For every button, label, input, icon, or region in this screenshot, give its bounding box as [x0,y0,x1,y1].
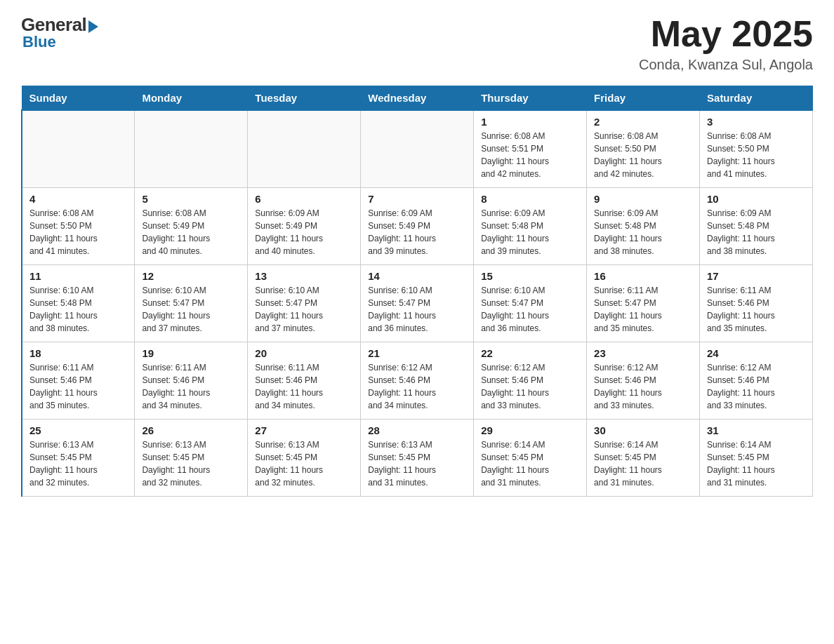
day-info: Sunrise: 6:10 AMSunset: 5:48 PMDaylight:… [29,284,127,335]
day-number: 30 [594,424,692,436]
day-info: Sunrise: 6:11 AMSunset: 5:46 PMDaylight:… [707,284,805,335]
day-number: 7 [368,193,466,205]
day-number: 2 [594,116,692,128]
day-number: 3 [707,116,805,128]
header-tuesday: Tuesday [248,86,361,111]
day-number: 19 [142,347,240,359]
day-number: 27 [255,424,353,436]
calendar-cell: 30Sunrise: 6:14 AMSunset: 5:45 PMDayligh… [587,419,700,496]
calendar-cell: 1Sunrise: 6:08 AMSunset: 5:51 PMDaylight… [474,110,587,187]
day-info: Sunrise: 6:10 AMSunset: 5:47 PMDaylight:… [368,284,466,335]
day-info: Sunrise: 6:09 AMSunset: 5:48 PMDaylight:… [594,207,692,257]
day-info: Sunrise: 6:11 AMSunset: 5:46 PMDaylight:… [29,361,127,412]
day-number: 21 [368,347,466,359]
calendar-cell: 9Sunrise: 6:09 AMSunset: 5:48 PMDaylight… [587,187,700,264]
calendar-cell: 25Sunrise: 6:13 AMSunset: 5:45 PMDayligh… [22,419,135,496]
day-info: Sunrise: 6:12 AMSunset: 5:46 PMDaylight:… [368,361,466,412]
day-info: Sunrise: 6:13 AMSunset: 5:45 PMDaylight:… [29,438,127,489]
day-info: Sunrise: 6:12 AMSunset: 5:46 PMDaylight:… [707,361,805,412]
day-info: Sunrise: 6:10 AMSunset: 5:47 PMDaylight:… [481,284,579,335]
calendar-cell [135,110,248,187]
calendar-cell: 17Sunrise: 6:11 AMSunset: 5:46 PMDayligh… [700,264,813,342]
calendar-cell: 11Sunrise: 6:10 AMSunset: 5:48 PMDayligh… [22,264,135,342]
day-info: Sunrise: 6:14 AMSunset: 5:45 PMDaylight:… [481,438,579,489]
calendar-week-1: 1Sunrise: 6:08 AMSunset: 5:51 PMDaylight… [22,110,813,187]
calendar-cell: 29Sunrise: 6:14 AMSunset: 5:45 PMDayligh… [474,419,587,496]
day-info: Sunrise: 6:11 AMSunset: 5:47 PMDaylight:… [594,284,692,335]
logo: General Blue [21,14,98,51]
day-number: 24 [707,347,805,359]
day-number: 9 [594,193,692,205]
day-number: 15 [481,270,579,282]
calendar-table: SundayMondayTuesdayWednesdayThursdayFrid… [21,86,813,497]
day-info: Sunrise: 6:08 AMSunset: 5:50 PMDaylight:… [594,130,692,180]
day-number: 23 [594,347,692,359]
header-sunday: Sunday [22,86,135,111]
calendar-cell: 16Sunrise: 6:11 AMSunset: 5:47 PMDayligh… [587,264,700,342]
calendar-cell: 27Sunrise: 6:13 AMSunset: 5:45 PMDayligh… [248,419,361,496]
day-info: Sunrise: 6:13 AMSunset: 5:45 PMDaylight:… [142,438,240,489]
day-number: 1 [481,116,579,128]
day-number: 25 [29,424,127,436]
day-info: Sunrise: 6:14 AMSunset: 5:45 PMDaylight:… [707,438,805,489]
logo-triangle-icon [88,20,98,33]
header-wednesday: Wednesday [361,86,474,111]
day-info: Sunrise: 6:11 AMSunset: 5:46 PMDaylight:… [255,361,353,412]
month-year-title: May 2025 [639,14,813,54]
day-number: 22 [481,347,579,359]
day-info: Sunrise: 6:08 AMSunset: 5:50 PMDaylight:… [707,130,805,180]
day-number: 13 [255,270,353,282]
calendar-cell [22,110,135,187]
calendar-cell: 13Sunrise: 6:10 AMSunset: 5:47 PMDayligh… [248,264,361,342]
day-info: Sunrise: 6:13 AMSunset: 5:45 PMDaylight:… [255,438,353,489]
day-number: 11 [29,270,127,282]
calendar-cell: 6Sunrise: 6:09 AMSunset: 5:49 PMDaylight… [248,187,361,264]
calendar-cell: 5Sunrise: 6:08 AMSunset: 5:49 PMDaylight… [135,187,248,264]
day-number: 28 [368,424,466,436]
day-number: 5 [142,193,240,205]
day-number: 14 [368,270,466,282]
calendar-cell: 14Sunrise: 6:10 AMSunset: 5:47 PMDayligh… [361,264,474,342]
page-header: General Blue May 2025 Conda, Kwanza Sul,… [21,14,813,73]
day-number: 4 [29,193,127,205]
calendar-week-5: 25Sunrise: 6:13 AMSunset: 5:45 PMDayligh… [22,419,813,496]
day-info: Sunrise: 6:14 AMSunset: 5:45 PMDaylight:… [594,438,692,489]
calendar-header-row: SundayMondayTuesdayWednesdayThursdayFrid… [22,86,813,111]
calendar-cell: 7Sunrise: 6:09 AMSunset: 5:49 PMDaylight… [361,187,474,264]
calendar-cell: 23Sunrise: 6:12 AMSunset: 5:46 PMDayligh… [587,342,700,419]
day-info: Sunrise: 6:08 AMSunset: 5:49 PMDaylight:… [142,207,240,257]
calendar-cell: 22Sunrise: 6:12 AMSunset: 5:46 PMDayligh… [474,342,587,419]
day-info: Sunrise: 6:11 AMSunset: 5:46 PMDaylight:… [142,361,240,412]
calendar-cell: 28Sunrise: 6:13 AMSunset: 5:45 PMDayligh… [361,419,474,496]
day-number: 16 [594,270,692,282]
day-info: Sunrise: 6:12 AMSunset: 5:46 PMDaylight:… [481,361,579,412]
day-info: Sunrise: 6:12 AMSunset: 5:46 PMDaylight:… [594,361,692,412]
calendar-cell: 19Sunrise: 6:11 AMSunset: 5:46 PMDayligh… [135,342,248,419]
day-number: 29 [481,424,579,436]
day-info: Sunrise: 6:10 AMSunset: 5:47 PMDaylight:… [142,284,240,335]
day-number: 18 [29,347,127,359]
day-number: 31 [707,424,805,436]
day-number: 10 [707,193,805,205]
calendar-cell: 3Sunrise: 6:08 AMSunset: 5:50 PMDaylight… [700,110,813,187]
calendar-week-4: 18Sunrise: 6:11 AMSunset: 5:46 PMDayligh… [22,342,813,419]
calendar-cell [361,110,474,187]
calendar-cell: 8Sunrise: 6:09 AMSunset: 5:48 PMDaylight… [474,187,587,264]
calendar-cell: 2Sunrise: 6:08 AMSunset: 5:50 PMDaylight… [587,110,700,187]
header-friday: Friday [587,86,700,111]
calendar-cell [248,110,361,187]
calendar-cell: 12Sunrise: 6:10 AMSunset: 5:47 PMDayligh… [135,264,248,342]
day-info: Sunrise: 6:10 AMSunset: 5:47 PMDaylight:… [255,284,353,335]
day-info: Sunrise: 6:09 AMSunset: 5:48 PMDaylight:… [707,207,805,257]
day-info: Sunrise: 6:08 AMSunset: 5:51 PMDaylight:… [481,130,579,180]
calendar-cell: 15Sunrise: 6:10 AMSunset: 5:47 PMDayligh… [474,264,587,342]
day-number: 26 [142,424,240,436]
day-number: 6 [255,193,353,205]
day-number: 20 [255,347,353,359]
header-monday: Monday [135,86,248,111]
calendar-cell: 21Sunrise: 6:12 AMSunset: 5:46 PMDayligh… [361,342,474,419]
day-number: 12 [142,270,240,282]
logo-blue-text: Blue [22,33,56,51]
header-saturday: Saturday [700,86,813,111]
calendar-week-3: 11Sunrise: 6:10 AMSunset: 5:48 PMDayligh… [22,264,813,342]
